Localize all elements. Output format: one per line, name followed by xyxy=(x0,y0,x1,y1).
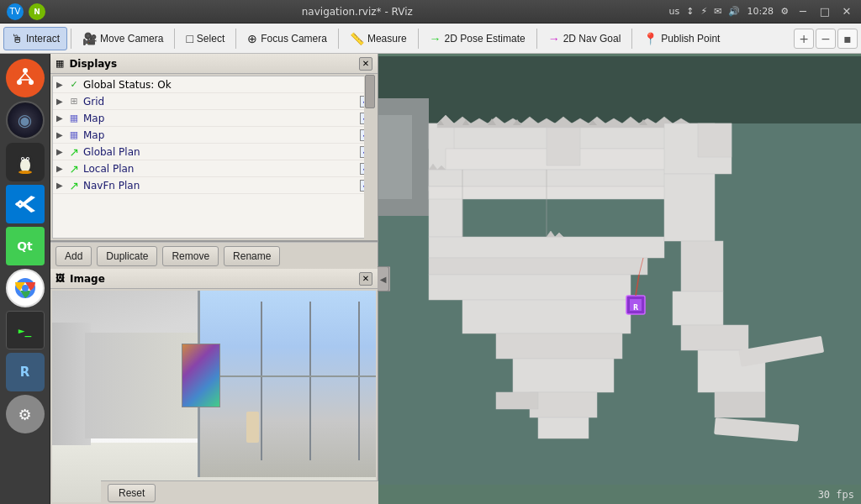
svg-point-9 xyxy=(27,158,29,160)
display-item-map-1[interactable]: ▶ ▦ Map ✓ xyxy=(53,110,375,127)
display-item-map-2[interactable]: ▶ ▦ Map ✓ xyxy=(53,127,375,144)
map-canvas: R xyxy=(378,54,861,487)
rviz-app-icon[interactable]: R xyxy=(6,353,45,391)
network-icon: ↕ xyxy=(686,6,694,17)
settings-app-icon[interactable]: ⚙ xyxy=(6,395,45,433)
settings-icon[interactable]: ⚙ xyxy=(780,6,789,17)
toolbar-right-buttons: + − ▪ xyxy=(794,29,858,49)
svg-point-5 xyxy=(20,159,30,172)
svg-rect-27 xyxy=(698,123,732,157)
svg-point-2 xyxy=(29,80,34,85)
map-icon-1: ▦ xyxy=(67,112,81,125)
image-content xyxy=(52,291,376,502)
toolbar: 🖱 Interact 🎥 Move Camera □ Select ⊕ Focu… xyxy=(0,24,861,54)
separator-6 xyxy=(536,29,537,49)
ubuntu-app-icon[interactable] xyxy=(6,59,45,97)
chrome-app-icon[interactable] xyxy=(6,269,45,307)
image-panel-title: Image xyxy=(70,273,105,285)
window-title: navigation.rviz* - RViz xyxy=(45,6,669,18)
separator-3 xyxy=(235,29,236,49)
svg-point-13 xyxy=(22,285,29,291)
svg-rect-36 xyxy=(496,392,538,409)
separator-2 xyxy=(174,29,175,49)
display-item-local-plan[interactable]: ▶ ↗ Local Plan ✓ xyxy=(53,160,375,177)
svg-rect-40 xyxy=(681,325,748,350)
display-item-global-plan[interactable]: ▶ ↗ Global Plan ✓ xyxy=(53,144,375,160)
interact-icon: 🖱 xyxy=(11,32,23,45)
teamviewer-icon[interactable]: TV xyxy=(7,3,24,20)
local-plan-icon: ↗ xyxy=(67,162,81,176)
qt-app-icon[interactable]: Qt xyxy=(6,227,45,265)
displays-title: Displays xyxy=(69,58,117,70)
3d-viewport[interactable]: R ▶ 30 fps xyxy=(378,54,861,504)
select-button[interactable]: □ Select xyxy=(178,27,232,50)
zoom-in-button[interactable]: ▪ xyxy=(837,29,858,49)
image-panel-close-button[interactable]: ✕ xyxy=(359,272,372,286)
collapse-panel-arrow[interactable]: ◀ xyxy=(378,266,389,291)
displays-icon: ▦ xyxy=(55,58,64,69)
svg-text:R: R xyxy=(633,304,638,312)
navfn-plan-icon: ↗ xyxy=(67,179,81,192)
svg-rect-34 xyxy=(530,392,597,417)
separator-1 xyxy=(71,29,71,49)
svg-rect-39 xyxy=(673,291,723,325)
remove-button[interactable]: Remove xyxy=(162,246,219,266)
expand-arrow: ▶ xyxy=(56,80,65,89)
measure-button[interactable]: 📏 Measure xyxy=(342,27,415,50)
minimize-button[interactable]: ─ xyxy=(795,4,811,19)
display-item-grid[interactable]: ▶ ⊞ Grid ✓ xyxy=(53,93,375,110)
panel-buttons: Add Duplicate Remove Rename xyxy=(50,242,378,269)
publish-point-button[interactable]: 📍 Publish Point xyxy=(636,27,727,50)
expand-arrow: ▶ xyxy=(56,147,65,156)
webcam-app-icon[interactable]: ◉ xyxy=(6,101,45,139)
duplicate-button[interactable]: Duplicate xyxy=(97,246,157,266)
pose-estimate-button[interactable]: → 2D Pose Estimate xyxy=(422,27,533,50)
fps-display: 30 fps xyxy=(818,489,854,501)
global-plan-icon: ↗ xyxy=(67,145,81,159)
bluetooth-icon: ⚡ xyxy=(700,6,707,17)
display-item-global-status[interactable]: ▶ ✓ Global Status: Ok xyxy=(53,76,375,93)
titlebar: TV N navigation.rviz* - RViz us ↕ ⚡ ✉ 🔊 … xyxy=(0,0,861,24)
focus-camera-button[interactable]: ⊕ Focus Camera xyxy=(240,27,335,50)
svg-rect-17 xyxy=(378,115,412,199)
maximize-button[interactable]: □ xyxy=(817,4,832,19)
volume-icon: 🔊 xyxy=(728,6,740,17)
image-panel: 🖼 Image ✕ xyxy=(50,269,378,504)
nvidia-icon: N xyxy=(29,3,45,20)
penguin-app-icon[interactable] xyxy=(6,143,45,181)
svg-rect-37 xyxy=(664,174,715,241)
expand-arrow: ▶ xyxy=(56,181,65,190)
interact-button[interactable]: 🖱 Interact xyxy=(3,27,67,50)
nav-goal-icon: → xyxy=(548,32,560,45)
move-camera-button[interactable]: 🎥 Move Camera xyxy=(75,27,171,50)
svg-rect-33 xyxy=(513,359,614,392)
scrollbar-thumb[interactable] xyxy=(365,75,375,108)
vscode-app-icon[interactable] xyxy=(6,185,45,223)
reset-button[interactable]: Reset xyxy=(108,484,156,502)
expand-arrow: ▶ xyxy=(56,113,65,123)
publish-point-icon: 📍 xyxy=(643,32,658,45)
nav-goal-button[interactable]: → 2D Nav Goal xyxy=(541,27,629,50)
terminal-app-icon[interactable]: ►_ xyxy=(6,311,45,349)
svg-rect-35 xyxy=(538,417,589,438)
rename-button[interactable]: Rename xyxy=(224,246,280,266)
status-check-icon: ✓ xyxy=(67,78,81,92)
zoom-out-button[interactable]: − xyxy=(816,29,836,49)
svg-rect-21 xyxy=(547,123,580,165)
displays-close-button[interactable]: ✕ xyxy=(359,57,372,71)
add-button[interactable]: Add xyxy=(55,246,92,266)
svg-rect-25 xyxy=(429,186,681,199)
displays-scrollbar[interactable] xyxy=(364,74,376,240)
clock: 10:28 xyxy=(747,6,774,17)
add-display-button[interactable]: + xyxy=(794,29,814,49)
main-area: ◉ Qt ►_ R ⚙ ▦ Displays ✕ xyxy=(0,54,861,504)
close-button[interactable]: ✕ xyxy=(839,4,854,19)
displays-panel: ▦ Displays ✕ ▶ ✓ Global Status: Ok ▶ ⊞ G… xyxy=(50,54,378,242)
display-item-navfn-plan[interactable]: ▶ ↗ NavFn Plan ✓ xyxy=(53,177,375,194)
map-icon-2: ▦ xyxy=(67,129,81,142)
titlebar-left: TV N xyxy=(7,3,45,20)
svg-rect-30 xyxy=(429,275,631,300)
svg-rect-32 xyxy=(496,333,622,359)
svg-rect-23 xyxy=(429,170,681,186)
displays-list: ▶ ✓ Global Status: Ok ▶ ⊞ Grid ✓ ▶ ▦ Map… xyxy=(52,76,376,239)
